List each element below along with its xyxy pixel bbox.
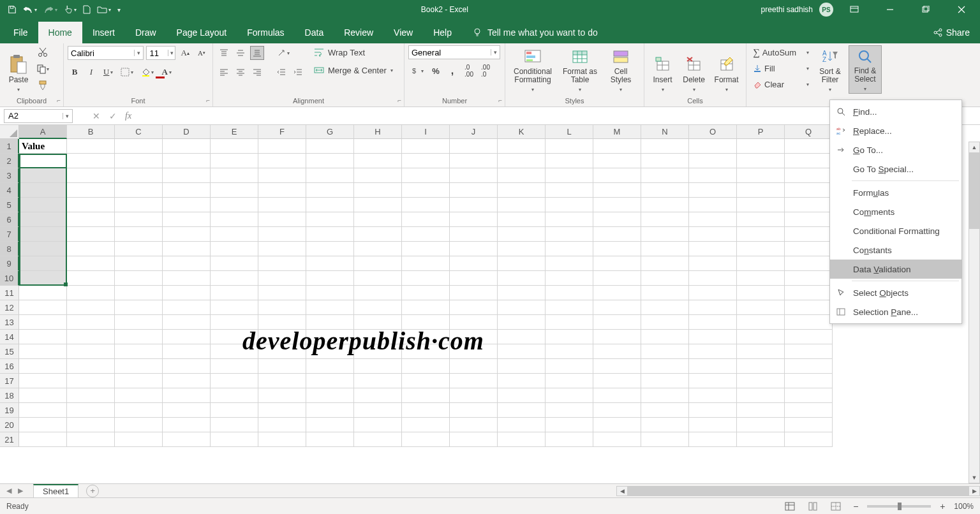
cell-F7[interactable]	[258, 227, 306, 242]
menu-selection-pane[interactable]: Selection Pane...	[830, 302, 961, 321]
cell-A19[interactable]	[19, 403, 67, 418]
cell-J9[interactable]	[450, 256, 498, 271]
cell-L11[interactable]	[546, 286, 593, 300]
cell-F11[interactable]	[258, 286, 306, 300]
alignment-launcher[interactable]: ⌐	[397, 97, 401, 104]
cell-L20[interactable]	[546, 418, 593, 432]
normal-view-button[interactable]	[782, 500, 798, 513]
number-launcher[interactable]: ⌐	[498, 97, 502, 104]
cell-M7[interactable]	[593, 227, 641, 242]
name-box-input[interactable]	[4, 111, 63, 121]
cell-C5[interactable]	[115, 198, 163, 212]
cell-E11[interactable]	[211, 286, 258, 300]
cell-P1[interactable]	[737, 139, 785, 154]
format-as-table-button[interactable]: Format as Table▾	[559, 45, 601, 94]
cell-H16[interactable]	[354, 359, 402, 374]
cell-N1[interactable]	[641, 139, 689, 154]
cell-H19[interactable]	[354, 403, 402, 418]
row-header-6[interactable]: 6	[0, 212, 19, 227]
cell-E13[interactable]	[211, 315, 258, 330]
cell-B12[interactable]	[67, 300, 115, 315]
cell-B2[interactable]	[67, 154, 115, 168]
cell-E6[interactable]	[211, 212, 258, 227]
zoom-value[interactable]: 100%	[954, 502, 974, 511]
cell-N9[interactable]	[641, 256, 689, 271]
cell-D4[interactable]	[163, 183, 211, 198]
close-button[interactable]	[947, 0, 976, 19]
cell-K13[interactable]	[498, 315, 546, 330]
cell-I6[interactable]	[402, 212, 450, 227]
align-center-button[interactable]	[234, 65, 248, 79]
cell-A13[interactable]	[19, 315, 67, 330]
cell-A5[interactable]	[19, 198, 67, 212]
col-header-D[interactable]: D	[163, 125, 211, 139]
cell-D21[interactable]	[163, 432, 211, 447]
cell-G14[interactable]	[306, 330, 354, 344]
sheet-tab-sheet1[interactable]: Sheet1	[33, 484, 78, 497]
cell-D7[interactable]	[163, 227, 211, 242]
cell-P4[interactable]	[737, 183, 785, 198]
cell-B19[interactable]	[67, 403, 115, 418]
touch-mode-button[interactable]: ▾	[64, 5, 77, 14]
cell-Q11[interactable]	[785, 286, 833, 300]
row-header-19[interactable]: 19	[0, 403, 19, 418]
cell-L4[interactable]	[546, 183, 593, 198]
cell-K18[interactable]	[498, 388, 546, 403]
cell-N19[interactable]	[641, 403, 689, 418]
col-header-A[interactable]: A	[19, 125, 67, 139]
cell-C13[interactable]	[115, 315, 163, 330]
vertical-scrollbar[interactable]: ▲ ▼	[969, 142, 980, 483]
cell-J20[interactable]	[450, 418, 498, 432]
cell-H1[interactable]	[354, 139, 402, 154]
cell-N15[interactable]	[641, 344, 689, 359]
cell-H6[interactable]	[354, 212, 402, 227]
cell-N5[interactable]	[641, 198, 689, 212]
row-header-16[interactable]: 16	[0, 359, 19, 374]
cell-N6[interactable]	[641, 212, 689, 227]
cell-B4[interactable]	[67, 183, 115, 198]
cell-C9[interactable]	[115, 256, 163, 271]
row-header-13[interactable]: 13	[0, 315, 19, 330]
orientation-button[interactable]: ▾	[274, 46, 292, 60]
cell-K10[interactable]	[498, 271, 546, 286]
customize-qat-button[interactable]: ▾	[117, 6, 121, 13]
decrease-indent-button[interactable]	[274, 65, 288, 79]
tab-data[interactable]: Data	[295, 22, 334, 43]
cell-M11[interactable]	[593, 286, 641, 300]
menu-comments[interactable]: Comments	[830, 202, 961, 221]
tab-review[interactable]: Review	[334, 22, 383, 43]
cell-E21[interactable]	[211, 432, 258, 447]
cell-Q16[interactable]	[785, 359, 833, 374]
cell-I5[interactable]	[402, 198, 450, 212]
cell-I3[interactable]	[402, 168, 450, 183]
sort-filter-button[interactable]: AZ Sort & Filter▾	[814, 45, 846, 94]
cell-L6[interactable]	[546, 212, 593, 227]
cell-O9[interactable]	[689, 256, 737, 271]
menu-goto[interactable]: Go To...	[830, 140, 961, 159]
cell-F19[interactable]	[258, 403, 306, 418]
zoom-in-button[interactable]: +	[937, 501, 947, 511]
cell-B14[interactable]	[67, 330, 115, 344]
cell-D9[interactable]	[163, 256, 211, 271]
cell-D17[interactable]	[163, 374, 211, 388]
cell-N8[interactable]	[641, 242, 689, 256]
cell-A15[interactable]	[19, 344, 67, 359]
cell-L7[interactable]	[546, 227, 593, 242]
cell-P8[interactable]	[737, 242, 785, 256]
cell-G9[interactable]	[306, 256, 354, 271]
cell-D14[interactable]	[163, 330, 211, 344]
row-header-17[interactable]: 17	[0, 374, 19, 388]
cell-L9[interactable]	[546, 256, 593, 271]
cell-Q12[interactable]	[785, 300, 833, 315]
cell-H14[interactable]	[354, 330, 402, 344]
cell-E16[interactable]	[211, 359, 258, 374]
cell-M16[interactable]	[593, 359, 641, 374]
cell-O17[interactable]	[689, 374, 737, 388]
cell-C17[interactable]	[115, 374, 163, 388]
cell-P11[interactable]	[737, 286, 785, 300]
cell-L1[interactable]	[546, 139, 593, 154]
cell-H18[interactable]	[354, 388, 402, 403]
col-header-B[interactable]: B	[67, 125, 115, 139]
align-left-button[interactable]	[217, 65, 231, 79]
cell-L21[interactable]	[546, 432, 593, 447]
